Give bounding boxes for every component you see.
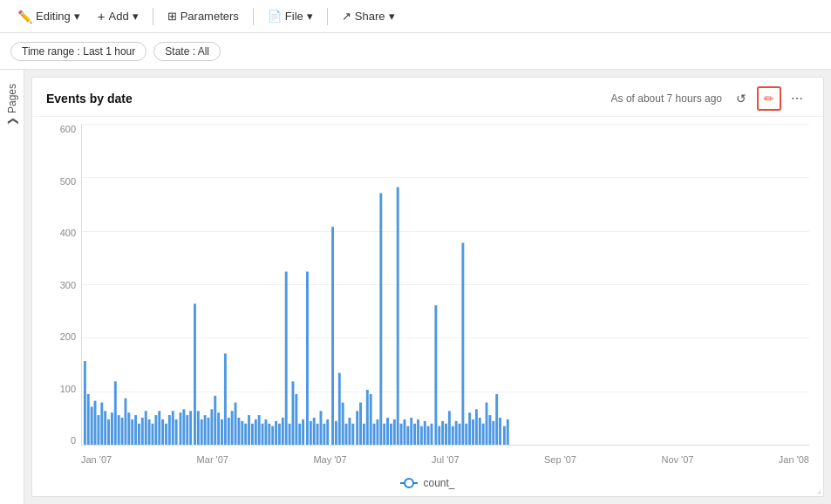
svg-rect-1 — [87, 394, 90, 445]
svg-rect-108 — [455, 421, 458, 445]
time-range-label: Time range : Last 1 hour — [22, 45, 135, 58]
svg-rect-50 — [255, 419, 257, 445]
add-menu[interactable]: + Add ▾ — [91, 5, 146, 27]
x-label-jul07: Jul '07 — [432, 454, 459, 465]
main-area: ❯ Pages Events by date As of about 7 hou… — [0, 70, 831, 504]
svg-rect-17 — [141, 418, 144, 445]
svg-rect-11 — [121, 418, 124, 445]
svg-rect-41 — [224, 353, 227, 445]
svg-rect-14 — [131, 419, 133, 445]
svg-rect-72 — [331, 227, 334, 445]
state-filter[interactable]: State : All — [153, 42, 221, 61]
chart-actions: ↺ ✏ ⋯ — [729, 86, 809, 111]
svg-rect-84 — [373, 424, 376, 445]
svg-rect-38 — [214, 396, 216, 445]
chevron-down-icon: ▾ — [133, 10, 139, 23]
svg-rect-121 — [499, 418, 501, 445]
separator3 — [327, 8, 328, 25]
svg-rect-93 — [404, 419, 406, 445]
svg-rect-85 — [376, 419, 378, 445]
more-button[interactable]: ⋯ — [785, 86, 809, 111]
chevron-down-icon: ▾ — [74, 10, 80, 23]
svg-rect-92 — [400, 424, 403, 445]
svg-rect-95 — [410, 418, 412, 445]
svg-rect-23 — [161, 419, 164, 445]
svg-rect-100 — [427, 426, 430, 445]
add-label: Add — [109, 10, 129, 23]
svg-rect-2 — [91, 406, 93, 445]
x-label-jan07: Jan '07 — [81, 454, 112, 465]
svg-rect-76 — [345, 424, 348, 445]
svg-rect-64 — [302, 419, 304, 445]
pencil-icon: ✏ — [764, 92, 774, 106]
svg-rect-86 — [379, 193, 382, 445]
svg-rect-8 — [111, 412, 113, 445]
share-menu[interactable]: ↗ Share ▾ — [335, 6, 402, 26]
editing-menu[interactable]: ✏️ Editing ▾ — [10, 6, 87, 27]
parameters-label: Parameters — [181, 10, 239, 23]
svg-rect-56 — [275, 421, 277, 445]
svg-rect-91 — [397, 187, 399, 445]
x-label-mar07: Mar '07 — [197, 454, 228, 465]
svg-rect-10 — [118, 415, 120, 445]
svg-rect-31 — [189, 411, 192, 445]
svg-rect-69 — [320, 411, 323, 445]
chevron-down-icon: ▾ — [307, 10, 313, 23]
refresh-button[interactable]: ↺ — [729, 86, 753, 111]
svg-rect-57 — [278, 424, 281, 445]
plus-icon: + — [98, 9, 106, 24]
svg-rect-105 — [445, 424, 447, 445]
share-label: Share — [355, 10, 385, 23]
last-updated-text: As of about 7 hours ago — [611, 92, 722, 105]
file-menu[interactable]: 📄 File ▾ — [261, 6, 320, 26]
x-label-nov07: Nov '07 — [661, 454, 693, 465]
svg-rect-48 — [248, 415, 250, 445]
edit-button[interactable]: ✏ — [757, 86, 781, 111]
svg-rect-80 — [359, 403, 362, 445]
svg-rect-65 — [306, 271, 309, 445]
svg-rect-88 — [386, 418, 389, 445]
svg-rect-61 — [292, 381, 295, 445]
chart-legend: count_ — [46, 472, 809, 493]
chart-meta: As of about 7 hours ago ↺ ✏ ⋯ — [611, 86, 809, 111]
svg-rect-94 — [406, 426, 409, 445]
svg-rect-34 — [201, 419, 203, 445]
legend-label: count_ — [423, 477, 454, 489]
svg-rect-3 — [94, 401, 97, 445]
svg-rect-67 — [313, 418, 316, 445]
svg-rect-122 — [503, 426, 506, 445]
svg-rect-110 — [461, 243, 464, 445]
chart-panel: Events by date As of about 7 hours ago ↺… — [31, 77, 824, 497]
svg-rect-29 — [182, 409, 185, 445]
svg-rect-36 — [208, 418, 210, 445]
editing-label: Editing — [36, 10, 71, 23]
chart-title: Events by date — [46, 92, 133, 106]
svg-rect-6 — [104, 411, 106, 445]
svg-rect-59 — [285, 271, 288, 445]
svg-rect-54 — [268, 424, 270, 445]
resize-handle[interactable]: ⌟ — [817, 485, 821, 494]
svg-rect-4 — [97, 415, 99, 445]
svg-rect-42 — [228, 418, 230, 445]
time-range-filter[interactable]: Time range : Last 1 hour — [10, 42, 146, 61]
svg-rect-123 — [507, 419, 509, 445]
svg-rect-104 — [441, 421, 444, 445]
svg-rect-9 — [114, 381, 117, 445]
svg-rect-97 — [417, 419, 419, 445]
chart-area: 600 500 400 300 200 100 0 — [46, 124, 809, 472]
legend-line — [400, 482, 418, 484]
svg-rect-37 — [210, 409, 213, 445]
svg-rect-63 — [298, 424, 301, 445]
svg-rect-25 — [168, 415, 171, 445]
svg-rect-66 — [310, 421, 312, 445]
refresh-icon: ↺ — [736, 92, 746, 106]
svg-rect-81 — [363, 424, 365, 445]
svg-rect-71 — [326, 419, 329, 445]
pages-toggle[interactable]: ❯ Pages — [4, 77, 20, 133]
svg-rect-118 — [488, 415, 491, 445]
x-label-may07: May '07 — [313, 454, 346, 465]
svg-rect-22 — [158, 411, 160, 445]
svg-rect-53 — [264, 419, 267, 445]
svg-rect-30 — [186, 415, 188, 445]
parameters-button[interactable]: ⊞ Parameters — [160, 6, 246, 26]
